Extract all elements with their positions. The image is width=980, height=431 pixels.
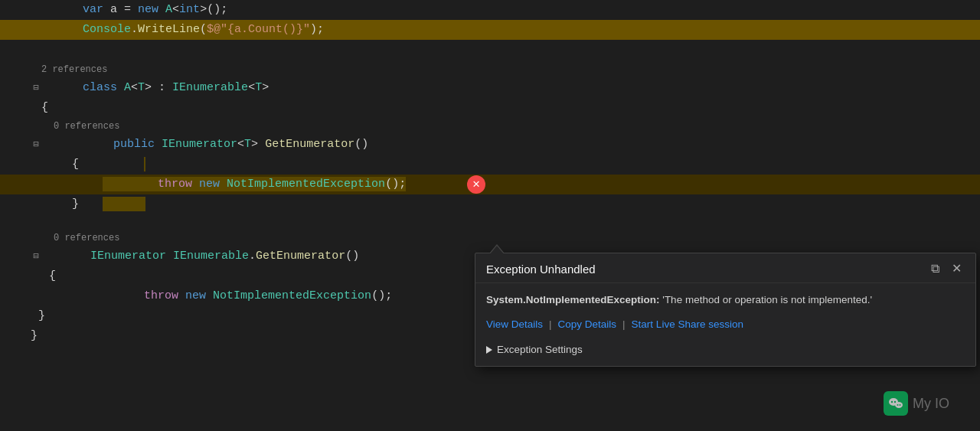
pin-button[interactable]: ⧉ [928, 261, 942, 276]
code-line-brace-close1: } [0, 194, 980, 214]
code-editor: var a = new A<int>(); Console.WriteLine(… [0, 0, 980, 431]
watermark-text: My IO [913, 396, 949, 412]
error-indicator: ✕ [467, 175, 485, 194]
exception-settings-label: Exception Settings [497, 344, 583, 355]
close-button[interactable]: ✕ [949, 261, 965, 276]
exception-links: View Details | Copy Details | Start Live… [486, 318, 965, 330]
link-sep-1: | [549, 318, 552, 330]
copy-details-link[interactable]: Copy Details [558, 318, 617, 330]
exception-body: System.NotImplementedException: 'The met… [475, 283, 975, 366]
exception-header: Exception Unhandled ⧉ ✕ [475, 253, 975, 283]
live-share-link[interactable]: Start Live Share session [632, 318, 743, 330]
header-icons: ⧉ ✕ [928, 261, 965, 276]
svg-point-1 [891, 401, 893, 403]
exception-message: System.NotImplementedException: 'The met… [486, 292, 965, 308]
exception-title: Exception Unhandled [486, 263, 596, 276]
code-line-class: ⊟ class A<T> : IEnumerable<T> [0, 78, 980, 98]
svg-point-5 [900, 404, 901, 406]
code-line-throw1: throw new NotImplementedException(); ✕ [0, 175, 980, 194]
triangle-icon [486, 346, 492, 354]
popup-arrow-inner [489, 246, 505, 255]
watermark: My IO [884, 391, 949, 416]
code-line-2: Console.WriteLine($@"{a.Count()}"); [0, 20, 980, 40]
view-details-link[interactable]: View Details [486, 318, 543, 330]
link-sep-2: | [622, 318, 626, 330]
exception-settings[interactable]: Exception Settings [486, 341, 965, 358]
code-line-3 [0, 40, 980, 54]
svg-point-2 [894, 401, 896, 403]
exception-popup: Exception Unhandled ⧉ ✕ System.NotImplem… [475, 253, 976, 367]
exception-text: 'The method or operation is not implemen… [660, 294, 873, 305]
wechat-logo [884, 391, 908, 416]
svg-point-3 [895, 402, 903, 408]
exception-type: System.NotImplementedException: [486, 294, 660, 305]
svg-point-4 [897, 404, 899, 406]
